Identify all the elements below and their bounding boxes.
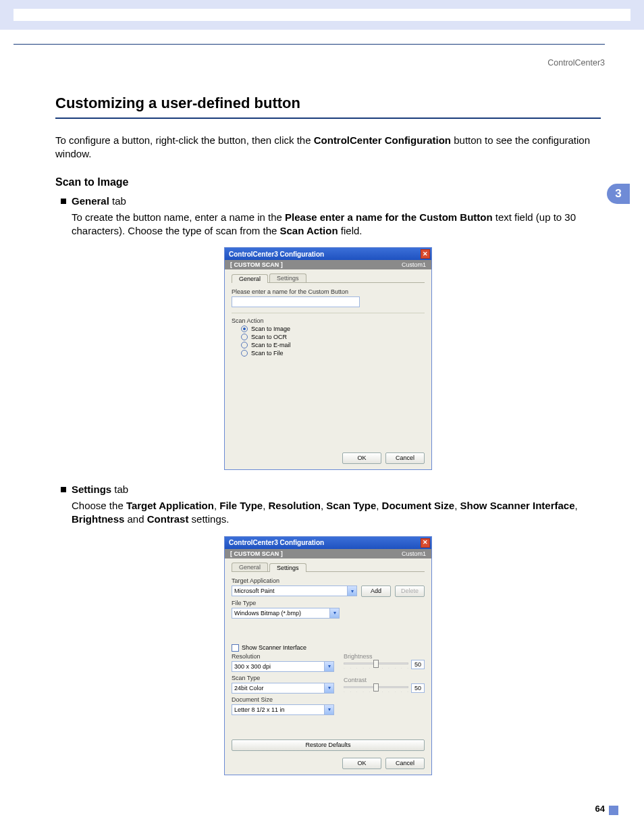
bullet-general-text: General tab (72, 195, 126, 207)
main-content: Customizing a user-defined button To con… (55, 95, 601, 789)
p2l: Show Scanner Interface (460, 500, 574, 511)
target-application-row: Microsoft Paint ▾ Add Delete (232, 585, 425, 597)
scan-type-value: 24bit Color (234, 685, 264, 692)
dialog-settings-sub-right: Custom1 (402, 550, 426, 557)
radio-scan-to-email[interactable]: Scan to E-mail (241, 342, 425, 348)
slider-thumb[interactable] (373, 683, 379, 692)
resolution-value: 300 x 300 dpi (234, 663, 271, 670)
slider-thumb[interactable] (373, 660, 379, 668)
document-size-value: Letter 8 1/2 x 11 in (234, 706, 285, 713)
chapter-tab: 3 (607, 184, 630, 204)
dialog-settings-titlebar: ControlCenter3 Configuration ✕ (225, 537, 431, 549)
tab-settings[interactable]: Settings (269, 563, 306, 572)
dialog-settings-sub-left: [ CUSTOM SCAN ] (230, 550, 283, 557)
dialog-general-sub-left: [ CUSTOM SCAN ] (230, 261, 283, 268)
p1a: To create the button name, enter a name … (72, 211, 285, 223)
resolution-select[interactable]: 300 x 300 dpi ▾ (232, 661, 334, 672)
bullet-general: General tab (61, 195, 601, 207)
p2o: and (124, 513, 146, 525)
top-rule (14, 44, 605, 45)
resolution-label: Resolution (232, 653, 334, 660)
target-application-select[interactable]: Microsoft Paint ▾ (232, 585, 357, 596)
dialog-general-sub-right: Custom1 (402, 261, 426, 268)
p2a: Choose the (72, 500, 126, 511)
radio-scan-to-file-label: Scan to File (251, 350, 284, 357)
p2f: Resolution (269, 500, 321, 511)
contrast-slider[interactable]: ··········· 50 (344, 686, 425, 694)
ok-button[interactable]: OK (342, 758, 381, 769)
p1b: Please enter a name for the Custom Butto… (285, 211, 493, 223)
bullet-settings-post: tab (111, 484, 128, 495)
brightness-slider[interactable]: ··········· 50 (344, 662, 425, 670)
cancel-button[interactable]: Cancel (385, 452, 425, 464)
target-application-value: Microsoft Paint (234, 588, 275, 594)
chevron-down-icon: ▾ (329, 608, 339, 618)
p2i: , (376, 500, 381, 511)
close-icon[interactable]: ✕ (421, 538, 430, 548)
document-size-select[interactable]: Letter 8 1/2 x 11 in ▾ (232, 704, 334, 715)
intro-pre: To configure a button, right-click the b… (55, 134, 314, 146)
bullet-icon (61, 199, 66, 204)
p2h: Scan Type (326, 500, 376, 511)
p2c: , (214, 500, 219, 511)
top-band (0, 0, 644, 30)
chevron-down-icon: ▾ (347, 586, 356, 596)
radio-scan-to-ocr[interactable]: Scan to OCR (241, 334, 425, 340)
show-scanner-interface-checkbox[interactable]: Show Scanner Interface (232, 644, 425, 652)
top-band-inner (14, 9, 630, 21)
p1e: field. (338, 225, 363, 236)
brightness-value: 50 (411, 660, 425, 669)
tab-settings[interactable]: Settings (269, 273, 306, 282)
dialog-general-subheader: [ CUSTOM SCAN ] Custom1 (225, 260, 431, 269)
p2q: settings. (188, 513, 229, 525)
file-type-label: File Type (232, 600, 425, 606)
brightness-label: Brightness (344, 653, 425, 660)
scan-type-select[interactable]: 24bit Color ▾ (232, 683, 334, 694)
scan-options-columns: Resolution 300 x 300 dpi ▾ Scan Type 24b… (232, 653, 425, 715)
bullet-general-bold: General (72, 195, 109, 207)
document-size-label: Document Size (232, 696, 334, 703)
bullet-settings-bold: Settings (72, 484, 111, 495)
chevron-down-icon: ▾ (324, 662, 333, 671)
contrast-value: 50 (411, 683, 425, 693)
dialog-settings-subheader: [ CUSTOM SCAN ] Custom1 (225, 549, 431, 558)
dialog-general-title: ControlCenter3 Configuration (229, 251, 324, 258)
ok-button[interactable]: OK (342, 452, 381, 464)
radio-scan-to-image[interactable]: Scan to Image (241, 325, 425, 332)
tab-general[interactable]: General (232, 274, 268, 283)
intro-paragraph: To configure a button, right-click the b… (55, 134, 601, 161)
dialog-general-tabs: General Settings (232, 273, 425, 283)
spacer (232, 715, 425, 739)
radio-icon (241, 325, 248, 332)
bullet-icon (61, 487, 66, 492)
tab-general[interactable]: General (232, 563, 268, 571)
close-icon[interactable]: ✕ (421, 249, 430, 259)
product-header: ControlCenter3 (547, 58, 605, 68)
dialog-general-titlebar: ControlCenter3 Configuration ✕ (225, 248, 431, 260)
scan-action-group-label: Scan Action (232, 317, 425, 324)
add-button[interactable]: Add (361, 585, 391, 597)
radio-scan-to-file[interactable]: Scan to File (241, 350, 425, 357)
restore-defaults-button[interactable]: Restore Defaults (232, 739, 425, 751)
section-title-rule (55, 118, 601, 119)
file-type-select[interactable]: Windows Bitmap (*.bmp) ▾ (232, 608, 340, 619)
scan-options-left: Resolution 300 x 300 dpi ▾ Scan Type 24b… (232, 653, 334, 715)
delete-button[interactable]: Delete (395, 585, 425, 597)
cancel-button[interactable]: Cancel (385, 758, 425, 769)
radio-icon (241, 334, 248, 340)
chevron-down-icon: ▾ (324, 683, 333, 693)
general-tab-paragraph: To create the button name, enter a name … (72, 211, 601, 238)
intro-bold: ControlCenter Configuration (314, 134, 451, 146)
scan-type-label: Scan Type (232, 675, 334, 681)
bullet-general-post: tab (109, 195, 126, 207)
group-separator (232, 313, 425, 313)
custom-button-name-label: Please enter a name for the Custom Butto… (232, 288, 425, 295)
p2m: , (575, 500, 578, 511)
radio-scan-to-email-label: Scan to E-mail (251, 342, 291, 348)
page-number: 64 (595, 804, 605, 814)
slider-track (344, 686, 408, 688)
slider-track (344, 662, 408, 664)
p2j: Document Size (382, 500, 455, 511)
custom-button-name-input[interactable] (232, 296, 360, 307)
target-application-label: Target Application (232, 577, 425, 584)
